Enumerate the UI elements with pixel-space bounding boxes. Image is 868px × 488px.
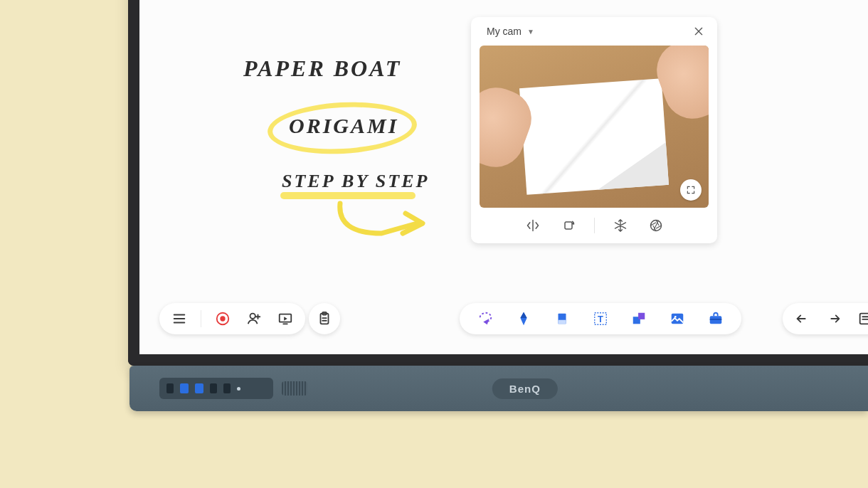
drawn-arrow [332, 198, 431, 248]
svg-point-4 [250, 314, 255, 319]
interactive-display: PAPER BOAT ORIGAMI STEP BY STEP My cam ▼ [128, 0, 868, 366]
toolbox-icon [708, 311, 724, 327]
svg-point-3 [220, 316, 225, 321]
menu-icon [171, 311, 187, 327]
record-icon [215, 311, 231, 327]
toolbar-right [783, 303, 868, 334]
rotate-icon [561, 218, 576, 233]
handwriting-line-2: ORIGAMI [289, 114, 398, 138]
add-user-icon [246, 311, 262, 327]
image-icon [669, 311, 685, 327]
close-icon [693, 26, 704, 37]
lasso-select-button[interactable] [475, 309, 495, 329]
svg-point-15 [674, 316, 677, 318]
rotate-button[interactable] [559, 216, 578, 235]
svg-rect-16 [710, 316, 722, 324]
svg-rect-13 [638, 313, 645, 319]
fullscreen-button[interactable] [680, 179, 702, 201]
handwriting-line-1: PAPER BOAT [243, 55, 401, 82]
pen-button[interactable] [514, 309, 534, 329]
more-panel-button[interactable] [855, 309, 868, 329]
speaker-grill-icon [282, 381, 307, 396]
usb-port-icon [195, 383, 203, 393]
close-button[interactable] [689, 21, 709, 41]
port-icon [166, 383, 174, 393]
undo-icon [795, 311, 810, 327]
freeze-button[interactable] [610, 216, 630, 235]
image-button[interactable] [667, 309, 687, 329]
svg-rect-17 [710, 319, 722, 320]
svg-rect-9 [559, 320, 566, 324]
redo-icon [826, 311, 842, 327]
aperture-icon [649, 218, 663, 233]
port-icon [223, 383, 231, 393]
clipboard-button[interactable] [314, 309, 334, 329]
toolbar-left [159, 303, 305, 334]
redo-button[interactable] [824, 309, 844, 329]
lasso-icon [477, 311, 493, 327]
toolbar-tools: T [460, 303, 741, 334]
camera-toolbar [471, 208, 717, 243]
aperture-button[interactable] [646, 216, 666, 235]
port-icon [210, 383, 217, 393]
camera-content-paper [519, 78, 669, 195]
more-panel-icon [857, 311, 868, 327]
device-bezel-bar: BenQ [129, 366, 868, 411]
undo-button[interactable] [793, 309, 813, 329]
port-cluster [159, 378, 273, 399]
camera-panel[interactable]: My cam ▼ [471, 17, 717, 243]
toolbox-button[interactable] [706, 309, 726, 329]
separator [201, 310, 201, 327]
present-icon [277, 311, 293, 327]
record-button[interactable] [213, 309, 233, 329]
text-button[interactable]: T [591, 309, 610, 329]
svg-rect-0 [565, 222, 572, 229]
menu-button[interactable] [169, 309, 189, 329]
chevron-down-icon[interactable]: ▼ [527, 28, 534, 36]
shapes-icon [631, 311, 647, 327]
text-icon: T [593, 311, 608, 327]
camera-feed[interactable] [480, 46, 709, 208]
separator [594, 218, 595, 233]
pen-icon [516, 311, 531, 327]
fullscreen-icon [686, 185, 696, 195]
usb-port-icon [180, 383, 189, 393]
svg-text:T: T [598, 314, 603, 324]
mirror-icon [526, 218, 540, 233]
eraser-button[interactable] [552, 309, 572, 329]
clipboard-icon [317, 311, 332, 327]
freeze-icon [613, 218, 628, 233]
present-button[interactable] [275, 309, 295, 329]
camera-source-label[interactable]: My cam [487, 26, 522, 37]
handwriting-line-3: STEP BY STEP [282, 171, 429, 192]
whiteboard-canvas[interactable]: PAPER BOAT ORIGAMI STEP BY STEP My cam ▼ [139, 0, 868, 354]
led-dot-icon [237, 387, 240, 391]
camera-header: My cam ▼ [471, 17, 717, 46]
eraser-icon [554, 311, 570, 327]
shapes-button[interactable] [629, 309, 649, 329]
add-user-button[interactable] [244, 309, 264, 329]
mirror-button[interactable] [523, 216, 543, 235]
clipboard-pill [309, 303, 340, 334]
device-brand-badge: BenQ [492, 378, 558, 399]
